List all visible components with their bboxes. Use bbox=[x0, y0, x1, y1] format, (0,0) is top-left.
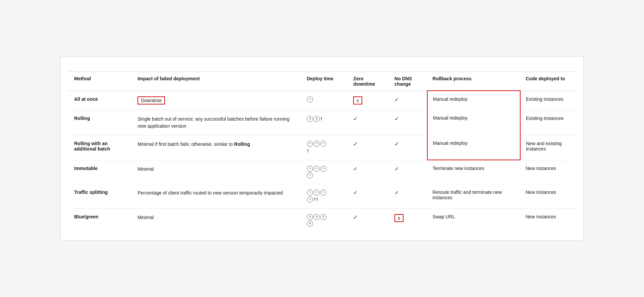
code-deployed-text: New and existing instances bbox=[526, 141, 562, 152]
code-deployed-cell: New instances bbox=[520, 160, 575, 184]
no-dns-check: ✓ bbox=[394, 141, 399, 147]
impact-cell: Minimal bbox=[132, 209, 301, 232]
method-cell: Rolling bbox=[69, 110, 132, 135]
method-cell: Blue/green bbox=[69, 209, 132, 232]
rollback-text: Manual redeploy bbox=[433, 96, 468, 102]
code-deployed-text: New instances bbox=[526, 166, 556, 171]
impact-text: Minimal if first batch fails; otherwise,… bbox=[138, 141, 250, 147]
rollback-cell: Reroute traffic and terminate new instan… bbox=[427, 184, 520, 209]
impact-cell: Minimal bbox=[132, 160, 301, 184]
method-name: Immutable bbox=[74, 166, 98, 171]
method-name: Traffic splitting bbox=[74, 189, 108, 195]
impact-text: Percentage of client traffic routed to n… bbox=[138, 190, 283, 196]
header-deploy-time: Deploy time bbox=[302, 72, 348, 91]
table-row: Blue/greenMinimal ✓xSwap URLNew instance… bbox=[69, 209, 575, 232]
method-name: Rolling with an additional batch bbox=[74, 141, 110, 152]
deploy-time-cell: † bbox=[302, 135, 348, 160]
header-rollback: Rollback process bbox=[427, 72, 520, 91]
method-name: Blue/green bbox=[74, 214, 98, 219]
zero-downtime-check: ✓ bbox=[353, 116, 358, 122]
no-dns-cell: ✓ bbox=[389, 160, 427, 184]
code-deployed-text: New instances bbox=[526, 189, 556, 195]
zero-downtime-check: ✓ bbox=[353, 190, 358, 196]
header-method: Method bbox=[69, 72, 132, 91]
method-cell: Immutable bbox=[69, 160, 132, 184]
no-dns-cell: ✓ bbox=[389, 91, 427, 110]
impact-cell: Single batch out of service; any success… bbox=[132, 110, 301, 135]
zero-downtime-cell: ✓ bbox=[348, 209, 389, 232]
no-dns-check: ✓ bbox=[394, 166, 399, 172]
deploy-time-cell: †† bbox=[302, 184, 348, 209]
rollback-cell: Manual redeploy bbox=[427, 91, 520, 110]
table-header-row: Method Impact of failed deployment Deplo… bbox=[69, 72, 575, 91]
code-deployed-text: New instances bbox=[526, 214, 556, 219]
method-name: Rolling bbox=[74, 116, 90, 121]
rollback-cell: Swap URL bbox=[427, 209, 520, 232]
table-row: RollingSingle batch out of service; any … bbox=[69, 110, 575, 135]
zero-downtime-cell: ✓ bbox=[348, 184, 389, 209]
code-deployed-text: Existing instances bbox=[526, 116, 564, 121]
zero-downtime-check: ✓ bbox=[353, 214, 358, 220]
code-deployed-cell: New instances bbox=[520, 184, 575, 209]
rollback-cell: Manual redeploy bbox=[427, 135, 520, 160]
method-cell: All at once bbox=[69, 91, 132, 110]
no-dns-check: ✓ bbox=[394, 97, 399, 102]
impact-cell: Downtime bbox=[132, 91, 301, 110]
no-dns-check: ✓ bbox=[394, 190, 399, 196]
no-dns-cell: ✓ bbox=[389, 184, 427, 209]
code-deployed-cell: Existing instances bbox=[520, 91, 575, 110]
code-deployed-cell: Existing instances bbox=[520, 110, 575, 135]
zero-downtime-cell: ✓ bbox=[348, 135, 389, 160]
deploy-time-cell bbox=[302, 209, 348, 232]
deploy-time-cell: † bbox=[302, 110, 348, 135]
impact-red-box: Downtime bbox=[138, 96, 165, 104]
method-cell: Traffic splitting bbox=[69, 184, 132, 209]
rollback-text: Manual redeploy bbox=[433, 115, 468, 121]
deploy-time-cell bbox=[302, 160, 348, 184]
rollback-text: Terminate new instances bbox=[433, 166, 484, 171]
impact-text: Minimal bbox=[138, 215, 154, 220]
zero-downtime-check: ✓ bbox=[353, 141, 358, 147]
impact-cell: Minimal if first batch fails; otherwise,… bbox=[132, 135, 301, 160]
header-impact: Impact of failed deployment bbox=[132, 72, 301, 91]
zero-downtime-red-box: x bbox=[353, 96, 362, 104]
method-name: All at once bbox=[74, 96, 98, 102]
impact-text: Single batch out of service; any success… bbox=[138, 116, 289, 129]
header-code-deployed: Code deployed to bbox=[520, 72, 575, 91]
deploy-time-cell bbox=[302, 91, 348, 110]
no-dns-check: ✓ bbox=[394, 116, 399, 122]
no-dns-cell: ✓ bbox=[389, 110, 427, 135]
header-no-dns: No DNS change bbox=[389, 72, 427, 91]
header-zero-downtime: Zero downtime bbox=[348, 72, 389, 91]
table-row: Traffic splittingPercentage of client tr… bbox=[69, 184, 575, 209]
table-row: All at onceDowntime x✓Manual redeployExi… bbox=[69, 91, 575, 110]
no-dns-red-box: x bbox=[394, 214, 404, 222]
rollback-cell: Terminate new instances bbox=[427, 160, 520, 184]
impact-cell: Percentage of client traffic routed to n… bbox=[132, 184, 301, 209]
zero-downtime-check: ✓ bbox=[353, 166, 358, 172]
rollback-text: Manual redeploy bbox=[433, 140, 468, 146]
table-row: Rolling with an additional batchMinimal … bbox=[69, 135, 575, 160]
method-cell: Rolling with an additional batch bbox=[69, 135, 132, 160]
code-deployed-cell: New and existing instances bbox=[520, 135, 575, 160]
zero-downtime-cell: ✓ bbox=[348, 110, 389, 135]
rollback-text: Reroute traffic and terminate new instan… bbox=[433, 189, 502, 200]
code-deployed-text: Existing instances bbox=[526, 96, 564, 102]
impact-text: Minimal bbox=[138, 166, 154, 172]
zero-downtime-cell: ✓ bbox=[348, 160, 389, 184]
no-dns-cell: x bbox=[389, 209, 427, 232]
deployment-methods-table: Method Impact of failed deployment Deplo… bbox=[60, 56, 584, 241]
rollback-cell: Manual redeploy bbox=[427, 110, 520, 135]
no-dns-cell: ✓ bbox=[389, 135, 427, 160]
comparison-table: Method Impact of failed deployment Deplo… bbox=[69, 72, 575, 232]
code-deployed-cell: New instances bbox=[520, 209, 575, 232]
table-row: ImmutableMinimal ✓✓Terminate new instanc… bbox=[69, 160, 575, 184]
zero-downtime-cell: x bbox=[348, 91, 389, 110]
rollback-text: Swap URL bbox=[433, 214, 455, 219]
